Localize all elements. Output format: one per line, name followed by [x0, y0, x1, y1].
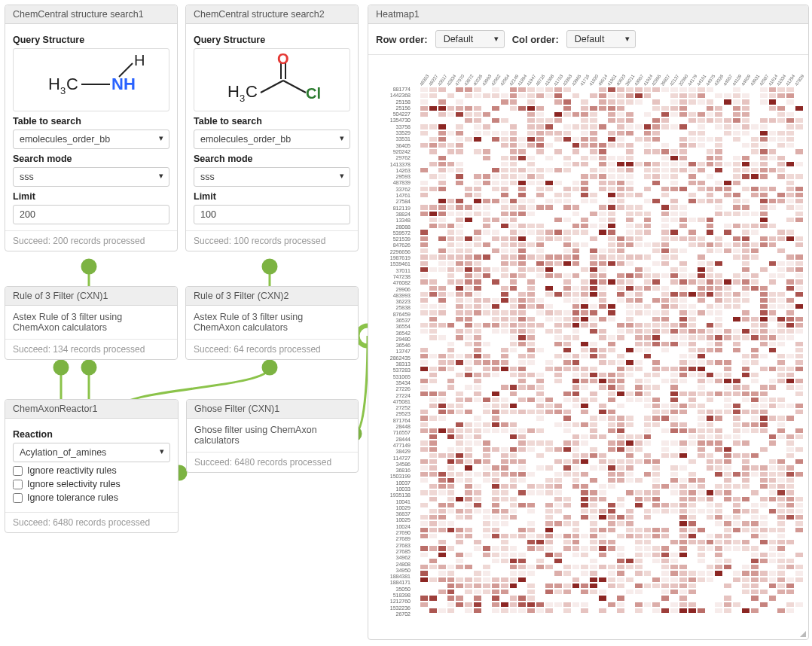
heatmap-cell[interactable] — [670, 453, 679, 459]
heatmap-cell[interactable] — [554, 142, 563, 148]
heatmap-cell[interactable] — [536, 477, 545, 483]
heatmap-cell[interactable] — [750, 155, 759, 161]
heatmap-cell[interactable] — [706, 161, 715, 167]
heatmap-cell[interactable] — [750, 297, 759, 303]
heatmap-cell[interactable] — [482, 465, 491, 471]
heatmap-cell[interactable] — [464, 192, 473, 198]
heatmap-cell[interactable] — [491, 236, 500, 242]
heatmap-cell[interactable] — [536, 545, 545, 551]
heatmap-cell[interactable] — [786, 285, 795, 291]
heatmap-cell[interactable] — [464, 285, 473, 291]
heatmap-cell[interactable] — [500, 198, 509, 204]
heatmap-cell[interactable] — [714, 434, 723, 440]
heatmap-cell[interactable] — [616, 173, 625, 179]
heatmap-cell[interactable] — [482, 366, 491, 372]
heatmap-cell[interactable] — [447, 409, 456, 415]
heatmap-cell[interactable] — [517, 322, 527, 328]
heatmap-cell[interactable] — [598, 446, 607, 453]
heatmap-cell[interactable] — [473, 148, 482, 154]
heatmap-cell[interactable] — [679, 539, 688, 545]
heatmap-cell[interactable] — [491, 117, 500, 123]
heatmap-cell[interactable] — [750, 608, 759, 614]
heatmap-cell[interactable] — [759, 186, 768, 192]
heatmap-cell[interactable] — [429, 564, 438, 570]
heatmap-cell[interactable] — [438, 496, 447, 502]
heatmap-cell[interactable] — [625, 173, 634, 179]
heatmap-cell[interactable] — [706, 217, 715, 223]
heatmap-cell[interactable] — [447, 267, 456, 273]
heatmap-cell[interactable] — [768, 105, 777, 111]
heatmap-cell[interactable] — [616, 422, 625, 428]
heatmap-cell[interactable] — [580, 223, 589, 229]
heatmap-cell[interactable] — [777, 254, 786, 260]
heatmap-cell[interactable] — [652, 136, 661, 142]
heatmap-cell[interactable] — [616, 99, 625, 105]
heatmap-cell[interactable] — [545, 514, 554, 520]
heatmap-cell[interactable] — [464, 186, 473, 192]
heatmap-cell[interactable] — [688, 415, 697, 421]
heatmap-cell[interactable] — [625, 595, 634, 601]
heatmap-cell[interactable] — [786, 378, 795, 384]
heatmap-cell[interactable] — [491, 111, 500, 117]
heatmap-cell[interactable] — [580, 595, 589, 601]
heatmap-cell[interactable] — [643, 545, 652, 551]
heatmap-cell[interactable] — [625, 204, 634, 210]
heatmap-cell[interactable] — [563, 453, 572, 459]
heatmap-cell[interactable] — [607, 192, 616, 198]
heatmap-cell[interactable] — [473, 558, 482, 564]
heatmap-cell[interactable] — [625, 391, 634, 397]
heatmap-cell[interactable] — [768, 570, 777, 576]
heatmap-cell[interactable] — [420, 471, 429, 477]
heatmap-cell[interactable] — [607, 477, 616, 483]
heatmap-cell[interactable] — [661, 254, 670, 260]
heatmap-cell[interactable] — [688, 316, 697, 322]
heatmap-cell[interactable] — [464, 167, 473, 173]
heatmap-cell[interactable] — [563, 261, 572, 267]
heatmap-cell[interactable] — [777, 602, 786, 608]
heatmap-cell[interactable] — [447, 291, 456, 297]
heatmap-cell[interactable] — [598, 130, 607, 136]
heatmap-cell[interactable] — [714, 93, 723, 99]
heatmap-cell[interactable] — [429, 334, 438, 340]
heatmap-cell[interactable] — [500, 87, 509, 93]
heatmap-cell[interactable] — [607, 508, 616, 514]
heatmap-cell[interactable] — [563, 595, 572, 601]
heatmap-cell[interactable] — [750, 105, 759, 111]
heatmap-cell[interactable] — [607, 285, 616, 291]
heatmap-cell[interactable] — [795, 155, 804, 161]
heatmap-cell[interactable] — [491, 204, 500, 210]
heatmap-cell[interactable] — [447, 372, 456, 378]
heatmap-cell[interactable] — [482, 180, 491, 186]
heatmap-cell[interactable] — [723, 161, 732, 167]
heatmap-cell[interactable] — [491, 372, 500, 378]
heatmap-cell[interactable] — [545, 446, 554, 453]
heatmap-cell[interactable] — [500, 533, 509, 539]
heatmap-cell[interactable] — [652, 142, 661, 148]
heatmap-cell[interactable] — [598, 142, 607, 148]
heatmap-cell[interactable] — [616, 334, 625, 340]
heatmap-cell[interactable] — [795, 428, 804, 434]
heatmap-cell[interactable] — [572, 514, 581, 520]
heatmap-cell[interactable] — [795, 309, 804, 315]
heatmap-cell[interactable] — [464, 148, 473, 154]
heatmap-cell[interactable] — [563, 602, 572, 608]
heatmap-cell[interactable] — [688, 123, 697, 130]
heatmap-cell[interactable] — [589, 577, 598, 583]
heatmap-cell[interactable] — [500, 130, 509, 136]
heatmap-cell[interactable] — [634, 583, 643, 589]
heatmap-cell[interactable] — [625, 465, 634, 471]
heatmap-cell[interactable] — [598, 322, 607, 328]
heatmap-cell[interactable] — [795, 602, 804, 608]
heatmap-cell[interactable] — [670, 397, 679, 403]
heatmap-cell[interactable] — [563, 347, 572, 353]
heatmap-cell[interactable] — [607, 372, 616, 378]
heatmap-cell[interactable] — [634, 87, 643, 93]
heatmap-cell[interactable] — [527, 347, 536, 353]
heatmap-cell[interactable] — [482, 192, 491, 198]
heatmap-cell[interactable] — [759, 328, 768, 334]
heatmap-cell[interactable] — [795, 130, 804, 136]
heatmap-cell[interactable] — [732, 217, 741, 223]
heatmap-cell[interactable] — [795, 397, 804, 403]
heatmap-cell[interactable] — [580, 359, 589, 365]
heatmap-cell[interactable] — [634, 508, 643, 514]
